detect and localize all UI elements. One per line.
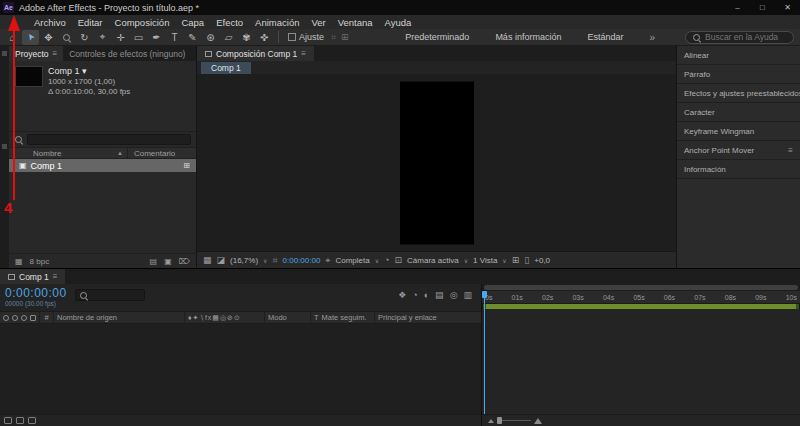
- panel-informacion[interactable]: Información: [677, 160, 800, 179]
- timeline-track-area[interactable]: [482, 309, 800, 414]
- draft-3d-icon[interactable]: ◔: [412, 290, 417, 300]
- puppet-pin-tool-icon[interactable]: ✜: [256, 30, 273, 45]
- current-time-indicator-handle[interactable]: [482, 291, 487, 298]
- current-time-display[interactable]: 0:00:00:00: [283, 256, 321, 265]
- column-layer-number[interactable]: #: [40, 312, 54, 323]
- timeline-zoom-slider[interactable]: [497, 420, 531, 421]
- column-source-name[interactable]: Nombre de origen: [54, 312, 185, 323]
- blend-options-icon[interactable]: ⊞: [339, 32, 351, 42]
- column-track-matte[interactable]: T Mate seguim.: [311, 312, 375, 323]
- camera-tool-icon[interactable]: ⌖: [94, 30, 111, 45]
- region-of-interest-icon[interactable]: ⊡: [395, 255, 403, 265]
- brush-tool-icon[interactable]: ✎: [184, 30, 201, 45]
- chevron-down-icon[interactable]: ∨: [263, 257, 267, 264]
- lock-icon[interactable]: [30, 315, 36, 321]
- timeline-tab-comp1[interactable]: Comp 1 ≡: [0, 269, 65, 284]
- workspace-mas-informacion[interactable]: Más información: [495, 32, 561, 42]
- transparency-grid-icon[interactable]: ▦: [203, 255, 212, 265]
- panel-caracter[interactable]: Carácter: [677, 103, 800, 122]
- close-button[interactable]: ✕: [775, 0, 800, 15]
- composition-settings-icon[interactable]: ⊞: [183, 161, 190, 170]
- pixel-aspect-icon[interactable]: ▯: [524, 255, 529, 265]
- sort-arrow-icon[interactable]: ▲: [117, 150, 123, 156]
- panel-menu-icon[interactable]: ≡: [53, 49, 58, 58]
- graph-editor-icon[interactable]: ▥: [463, 290, 472, 300]
- ruler-grid-icon[interactable]: ⌗: [272, 255, 277, 266]
- zoom-level[interactable]: (16,7%): [230, 256, 258, 265]
- panel-keyframe-wingman[interactable]: Keyframe Wingman: [677, 122, 800, 141]
- mask-options-icon[interactable]: ⌗: [329, 32, 338, 43]
- active-camera-select[interactable]: Cámara activa: [407, 256, 459, 265]
- hand-tool-icon[interactable]: ✥: [40, 30, 57, 45]
- clone-stamp-tool-icon[interactable]: ⊛: [202, 30, 219, 45]
- column-mode[interactable]: Modo: [265, 312, 311, 323]
- home-tool-icon[interactable]: ⌂: [4, 30, 21, 45]
- workspace-overflow-icon[interactable]: »: [649, 32, 655, 43]
- panel-menu-icon[interactable]: ≡: [301, 49, 306, 58]
- expand-in-out-button[interactable]: [28, 417, 36, 424]
- menu-efecto[interactable]: Efecto: [210, 17, 249, 28]
- layer-list-empty[interactable]: [0, 324, 481, 414]
- chevron-down-icon[interactable]: ∨: [375, 257, 379, 264]
- work-area-bar[interactable]: [483, 304, 799, 309]
- zoom-tool-icon[interactable]: [58, 30, 75, 45]
- column-divider[interactable]: [127, 148, 128, 158]
- type-tool-icon[interactable]: T: [166, 30, 183, 45]
- audio-icon[interactable]: [12, 315, 18, 321]
- eraser-tool-icon[interactable]: ▱: [220, 30, 237, 45]
- workspace-predeterminado[interactable]: Predeterminado: [405, 32, 469, 42]
- chevron-down-icon[interactable]: ∨: [502, 257, 506, 264]
- expand-transfer-controls-button[interactable]: [16, 417, 24, 424]
- panel-alinear[interactable]: Alinear: [677, 46, 800, 65]
- time-ruler[interactable]: 0s 01s 02s 03s 04s 05s 06s 07s 08s 09s 1…: [482, 291, 800, 304]
- expand-layer-switches-button[interactable]: [4, 417, 12, 424]
- menu-composicion[interactable]: Composición: [109, 17, 176, 28]
- layer-switches-icons[interactable]: ♦✦∖fx▦◎⊘⊙: [185, 312, 265, 323]
- menu-ventana[interactable]: Ventana: [332, 17, 379, 28]
- project-color-depth[interactable]: 8 bpc: [30, 257, 50, 266]
- pen-tool-icon[interactable]: ✒: [148, 30, 165, 45]
- panel-menu-icon[interactable]: ≡: [788, 146, 793, 155]
- column-nombre[interactable]: Nombre: [33, 149, 117, 158]
- maximize-button[interactable]: □: [750, 0, 775, 15]
- zoom-in-icon[interactable]: [534, 418, 542, 424]
- selection-tool-icon[interactable]: ➤: [22, 30, 39, 45]
- solo-icon[interactable]: [21, 315, 27, 321]
- menu-ver[interactable]: Ver: [305, 17, 331, 28]
- frame-blending-icon[interactable]: ▤: [435, 290, 444, 300]
- current-timecode[interactable]: 0:00:00:00: [5, 286, 67, 300]
- time-navigator-bar[interactable]: [484, 285, 798, 290]
- view-layout-select[interactable]: 1 Vista: [473, 256, 497, 265]
- panel-anchor-point-mover[interactable]: Anchor Point Mover ≡: [677, 141, 800, 160]
- mini-flowchart-icon[interactable]: ❖: [398, 290, 406, 300]
- minimize-button[interactable]: –: [725, 0, 750, 15]
- new-folder-icon[interactable]: ▤: [150, 257, 158, 266]
- workspace-estandar[interactable]: Estándar: [587, 32, 623, 42]
- viewer-tab-comp1[interactable]: Comp 1: [201, 62, 251, 74]
- orbit-camera-tool-icon[interactable]: ↻: [76, 30, 93, 45]
- pan-behind-tool-icon[interactable]: ✛: [112, 30, 129, 45]
- chevron-down-icon[interactable]: ∨: [464, 257, 468, 264]
- preview-item-name[interactable]: Comp 1 ▾: [48, 66, 130, 76]
- hide-shy-layers-icon[interactable]: ◐: [424, 290, 429, 300]
- dock-tab-icon[interactable]: [2, 51, 7, 56]
- chevron-down-icon[interactable]: ▾: [82, 66, 87, 76]
- resolution-select[interactable]: Completa: [335, 256, 369, 265]
- exposure-value[interactable]: +0,0: [534, 256, 550, 265]
- new-composition-icon[interactable]: ▣: [164, 257, 172, 266]
- camera-snapshot-icon[interactable]: ⌖: [325, 255, 330, 266]
- project-search-input[interactable]: [27, 134, 191, 145]
- panel-menu-icon[interactable]: ≡: [53, 272, 58, 281]
- time-navigator[interactable]: [482, 284, 800, 291]
- composition-viewport[interactable]: [197, 74, 676, 251]
- tab-controles-de-efectos[interactable]: Controles de efectos (ninguno): [63, 46, 191, 61]
- zoom-slider-handle[interactable]: [497, 417, 502, 424]
- grid-guides-icon[interactable]: ⊞: [512, 255, 520, 265]
- snap-toggle[interactable]: Ajuste: [288, 32, 324, 42]
- menu-capa[interactable]: Capa: [175, 17, 210, 28]
- dock-tab-icon[interactable]: [2, 144, 7, 149]
- panel-parrafo[interactable]: Párrafo: [677, 65, 800, 84]
- tab-composicion-comp1[interactable]: Composición Comp 1 ≡: [197, 46, 314, 61]
- help-search-input[interactable]: [705, 32, 787, 42]
- composition-canvas[interactable]: [400, 81, 474, 244]
